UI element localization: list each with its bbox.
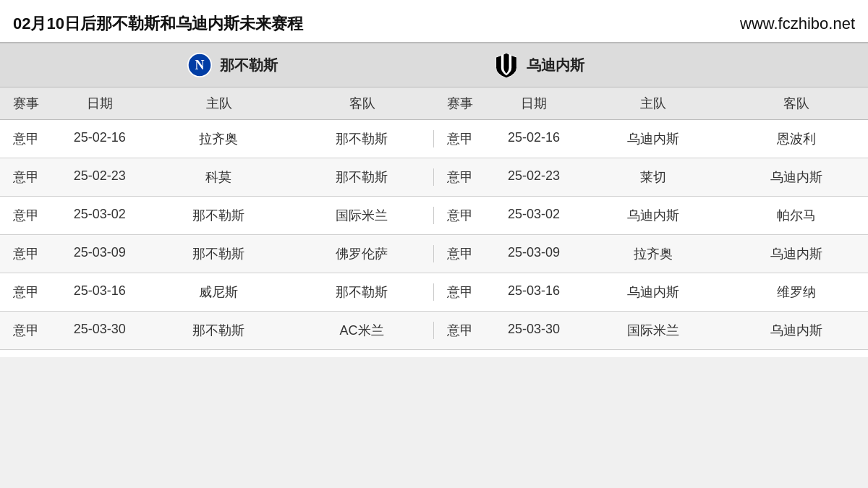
data-half-left: 意甲 25-03-09 那不勒斯 佛罗伦萨 <box>0 245 434 262</box>
data-half-left: 意甲 25-03-16 威尼斯 那不勒斯 <box>0 283 434 301</box>
team-left-header: N 那不勒斯 <box>0 48 434 82</box>
riqi-left: 25-02-16 <box>52 130 148 147</box>
zhudui-right: 拉齐奥 <box>582 245 725 262</box>
data-half-right: 意甲 25-03-30 国际米兰 乌迪内斯 <box>434 322 868 339</box>
data-half-right: 意甲 25-03-02 乌迪内斯 帕尔马 <box>434 207 868 224</box>
riqi-left: 25-02-23 <box>52 168 148 186</box>
col-header-riqi-left: 日期 <box>52 95 148 112</box>
zhudui-left: 拉齐奥 <box>148 130 291 147</box>
data-half-left: 意甲 25-02-23 科莫 那不勒斯 <box>0 168 434 186</box>
riqi-right: 25-02-16 <box>486 130 582 147</box>
kedui-right: 乌迪内斯 <box>725 168 868 186</box>
top-bar: 02月10日后那不勒斯和乌迪内斯未来赛程 www.fczhibo.net <box>0 7 868 42</box>
table-row: 意甲 25-03-09 那不勒斯 佛罗伦萨 意甲 25-03-09 拉齐奥 乌迪… <box>0 235 868 273</box>
col-header-kedui-right: 客队 <box>725 95 868 112</box>
data-half-right: 意甲 25-02-23 莱切 乌迪内斯 <box>434 168 868 186</box>
riqi-left: 25-03-30 <box>52 322 148 339</box>
page-title: 02月10日后那不勒斯和乌迪内斯未来赛程 <box>13 13 303 35</box>
zhudui-right: 国际米兰 <box>582 322 725 339</box>
kedui-left: 国际米兰 <box>290 207 433 224</box>
table-row: 意甲 25-03-02 那不勒斯 国际米兰 意甲 25-03-02 乌迪内斯 帕… <box>0 197 868 235</box>
col-header-kedui-left: 客队 <box>291 95 434 112</box>
saishu-left: 意甲 <box>0 245 52 262</box>
zhudui-right: 莱切 <box>582 168 725 186</box>
col-header-saishu-right: 赛事 <box>434 95 486 112</box>
saishu-left: 意甲 <box>0 168 52 186</box>
napoli-team-name: 那不勒斯 <box>220 56 278 75</box>
zhudui-left: 那不勒斯 <box>148 245 291 262</box>
zhudui-right: 乌迪内斯 <box>582 283 725 301</box>
saishu-right: 意甲 <box>434 168 486 186</box>
udinese-team-name: 乌迪内斯 <box>527 56 584 75</box>
table-row: 意甲 25-02-23 科莫 那不勒斯 意甲 25-02-23 莱切 乌迪内斯 <box>0 158 868 197</box>
kedui-right: 帕尔马 <box>725 207 868 224</box>
saishu-right: 意甲 <box>434 207 486 224</box>
table-row: 意甲 25-03-30 那不勒斯 AC米兰 意甲 25-03-30 国际米兰 乌… <box>0 312 868 350</box>
kedui-left: 那不勒斯 <box>290 283 433 301</box>
data-half-left: 意甲 25-02-16 拉齐奥 那不勒斯 <box>0 130 434 147</box>
table-row: 意甲 25-02-16 拉齐奥 那不勒斯 意甲 25-02-16 乌迪内斯 恩波… <box>0 120 868 158</box>
col-header-zhudui-left: 主队 <box>148 95 291 112</box>
kedui-left: 那不勒斯 <box>290 168 433 186</box>
saishu-left: 意甲 <box>0 130 52 147</box>
zhudui-left: 那不勒斯 <box>148 322 291 339</box>
saishu-left: 意甲 <box>0 207 52 224</box>
zhudui-left: 科莫 <box>148 168 291 186</box>
riqi-left: 25-03-02 <box>52 207 148 224</box>
saishu-right: 意甲 <box>434 283 486 301</box>
svg-text:N: N <box>195 58 205 72</box>
riqi-right: 25-03-02 <box>486 207 582 224</box>
riqi-right: 25-02-23 <box>486 168 582 186</box>
kedui-right: 乌迪内斯 <box>725 322 868 339</box>
kedui-right: 恩波利 <box>725 130 868 147</box>
table-row: 意甲 25-03-16 威尼斯 那不勒斯 意甲 25-03-16 乌迪内斯 维罗… <box>0 273 868 312</box>
site-url: www.fczhibo.net <box>740 14 855 33</box>
kedui-left: 那不勒斯 <box>290 130 433 147</box>
saishu-right: 意甲 <box>434 322 486 339</box>
riqi-left: 25-03-16 <box>52 283 148 301</box>
zhudui-left: 那不勒斯 <box>148 207 291 224</box>
riqi-right: 25-03-30 <box>486 322 582 339</box>
saishu-left: 意甲 <box>0 283 52 301</box>
col-header-riqi-right: 日期 <box>486 95 582 112</box>
riqi-right: 25-03-09 <box>486 245 582 262</box>
kedui-left: AC米兰 <box>290 322 433 339</box>
saishu-right: 意甲 <box>434 245 486 262</box>
data-half-left: 意甲 25-03-02 那不勒斯 国际米兰 <box>0 207 434 224</box>
saishu-right: 意甲 <box>434 130 486 147</box>
team-right-header: 乌迪内斯 <box>434 48 868 82</box>
data-half-left: 意甲 25-03-30 那不勒斯 AC米兰 <box>0 322 434 339</box>
kedui-left: 佛罗伦萨 <box>290 245 433 262</box>
col-header-zhudui-right: 主队 <box>582 95 725 112</box>
kedui-right: 维罗纳 <box>725 283 868 301</box>
data-half-right: 意甲 25-02-16 乌迪内斯 恩波利 <box>434 130 868 147</box>
col-header-row: 赛事 日期 主队 客队 赛事 日期 主队 客队 <box>0 87 868 120</box>
udinese-logo-icon <box>492 51 521 80</box>
data-rows-container: 意甲 25-02-16 拉齐奥 那不勒斯 意甲 25-02-16 乌迪内斯 恩波… <box>0 120 868 350</box>
riqi-right: 25-03-16 <box>486 283 582 301</box>
riqi-left: 25-03-09 <box>52 245 148 262</box>
data-half-right: 意甲 25-03-16 乌迪内斯 维罗纳 <box>434 283 868 301</box>
saishu-left: 意甲 <box>0 322 52 339</box>
col-header-right: 赛事 日期 主队 客队 <box>434 95 868 112</box>
zhudui-right: 乌迪内斯 <box>582 207 725 224</box>
data-half-right: 意甲 25-03-09 拉齐奥 乌迪内斯 <box>434 245 868 262</box>
team-header-row: N 那不勒斯 乌迪内斯 <box>0 43 868 87</box>
col-header-saishu-left: 赛事 <box>0 95 52 112</box>
col-header-left: 赛事 日期 主队 客队 <box>0 95 434 112</box>
napoli-logo-icon: N <box>185 51 214 80</box>
page-wrapper: 02月10日后那不勒斯和乌迪内斯未来赛程 www.fczhibo.net N 那… <box>0 0 868 357</box>
zhudui-right: 乌迪内斯 <box>582 130 725 147</box>
zhudui-left: 威尼斯 <box>148 283 291 301</box>
kedui-right: 乌迪内斯 <box>725 245 868 262</box>
